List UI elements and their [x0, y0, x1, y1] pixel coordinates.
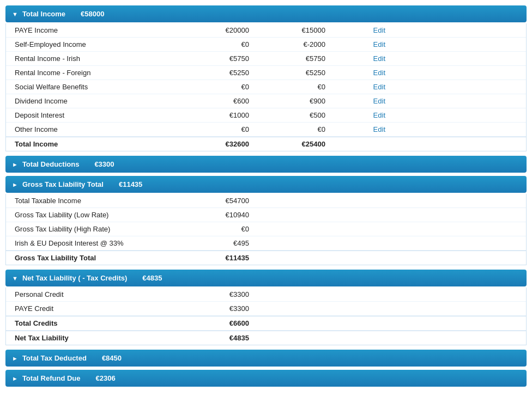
row-label: Personal Credit [15, 290, 189, 298]
row-amount1: €10940 [189, 211, 265, 219]
row-label: Other Income [15, 125, 189, 133]
row-label: PAYE Credit [15, 304, 189, 313]
total-income-amount: €58000 [81, 10, 104, 18]
total-refund-due-chevron: ► [12, 375, 18, 382]
total-deductions-amount: €3300 [94, 160, 114, 168]
main-container: ▼ Total Income €58000 PAYE Income €20000… [0, 0, 532, 395]
gross-tax-label: Gross Tax Liability Total [22, 180, 104, 188]
edit-link[interactable]: Edit [373, 97, 385, 105]
total-deductions-label: Total Deductions [22, 160, 79, 168]
total-refund-due-header[interactable]: ► Total Refund Due €2306 [5, 370, 527, 387]
row-amount2: €15000 [265, 26, 342, 34]
row-label: Gross Tax Liability (High Rate) [15, 225, 189, 233]
gross-tax-total-row: Gross Tax Liability Total €11435 [6, 251, 526, 265]
edit-link[interactable]: Edit [373, 40, 385, 48]
net-tax-amount: €4835 [142, 274, 162, 282]
table-row: Gross Tax Liability (Low Rate) €10940 [6, 208, 526, 222]
net-tax-label: Net Tax Liability ( - Tax Credits) [22, 274, 127, 282]
total-income-chevron: ▼ [12, 11, 18, 17]
total-tax-deducted-amount: €8450 [102, 354, 122, 362]
row-amount1: €0 [189, 125, 265, 133]
table-row: Gross Tax Liability (High Rate) €0 [6, 222, 526, 236]
row-amount1: €3300 [189, 290, 265, 298]
edit-link[interactable]: Edit [373, 111, 385, 119]
gross-tax-amount: €11435 [119, 180, 142, 188]
row-amount1: €20000 [189, 26, 265, 34]
edit-link[interactable]: Edit [373, 69, 385, 77]
row-amount1: €0 [189, 40, 265, 48]
net-tax-liability-amount: €4835 [189, 334, 265, 342]
row-label: PAYE Income [15, 26, 189, 34]
row-amount1: €0 [189, 225, 265, 233]
total-income-total-row: Total Income €32600 €25400 [6, 137, 526, 151]
table-row: Dividend Income €600 €900 Edit [6, 94, 526, 108]
gross-tax-total-amount: €11435 [189, 254, 265, 262]
row-amount1: €0 [189, 83, 265, 91]
gross-tax-section: ► Gross Tax Liability Total €11435 Total… [5, 176, 527, 265]
total-income-header[interactable]: ▼ Total Income €58000 [5, 5, 527, 22]
row-label: Rental Income - Foreign [15, 69, 189, 77]
edit-link[interactable]: Edit [373, 26, 385, 34]
total-tax-deducted-section: ► Total Tax Deducted €8450 [5, 350, 527, 367]
total-credits-label: Total Credits [15, 319, 189, 327]
total-tax-deducted-chevron: ► [12, 355, 18, 362]
total-deductions-header[interactable]: ► Total Deductions €3300 [5, 156, 527, 173]
row-amount2: €500 [265, 111, 342, 119]
total-credits-row: Total Credits €6600 [6, 316, 526, 331]
table-row: Irish & EU Deposit Interest @ 33% €495 [6, 236, 526, 251]
edit-link[interactable]: Edit [373, 125, 385, 133]
gross-tax-header[interactable]: ► Gross Tax Liability Total €11435 [5, 176, 527, 193]
net-tax-liability-row: Net Tax Liability €4835 [6, 331, 526, 345]
table-row: Total Taxable Income €54700 [6, 194, 526, 208]
row-amount2: €0 [265, 83, 342, 91]
net-tax-rows: Personal Credit €3300 PAYE Credit €3300 … [5, 288, 527, 345]
row-amount1: €54700 [189, 197, 265, 205]
total-refund-due-label: Total Refund Due [22, 374, 81, 382]
row-amount2: €0 [265, 125, 342, 133]
edit-link[interactable]: Edit [373, 54, 385, 63]
row-label: Rental Income - Irish [15, 54, 189, 63]
total-income-total-amount2: €25400 [265, 140, 342, 148]
total-income-total-label: Total Income [15, 140, 189, 148]
row-label: Irish & EU Deposit Interest @ 33% [15, 239, 189, 247]
table-row: PAYE Income €20000 €15000 Edit [6, 23, 526, 38]
total-tax-deducted-label: Total Tax Deducted [22, 354, 87, 362]
row-amount2: €-2000 [265, 40, 342, 48]
total-income-rows: PAYE Income €20000 €15000 Edit Self-Empl… [5, 23, 527, 151]
total-refund-due-section: ► Total Refund Due €2306 [5, 370, 527, 387]
gross-tax-rows: Total Taxable Income €54700 Gross Tax Li… [5, 194, 527, 265]
edit-link[interactable]: Edit [373, 83, 385, 91]
table-row: Other Income €0 €0 Edit [6, 123, 526, 137]
row-label: Social Welfare Benefits [15, 83, 189, 91]
gross-tax-total-label: Gross Tax Liability Total [15, 254, 189, 262]
table-row: Personal Credit €3300 [6, 288, 526, 302]
row-amount1: €3300 [189, 304, 265, 313]
row-amount2: €900 [265, 97, 342, 105]
table-row: Rental Income - Irish €5750 €5750 Edit [6, 52, 526, 66]
table-row: Deposit Interest €1000 €500 Edit [6, 108, 526, 123]
net-tax-liability-label: Net Tax Liability [15, 334, 189, 342]
row-label: Total Taxable Income [15, 197, 189, 205]
table-row: PAYE Credit €3300 [6, 302, 526, 316]
net-tax-chevron: ▼ [12, 275, 18, 282]
total-deductions-section: ► Total Deductions €3300 [5, 156, 527, 173]
row-amount1: €600 [189, 97, 265, 105]
row-amount2: €5250 [265, 69, 342, 77]
row-amount1: €5750 [189, 54, 265, 63]
total-refund-due-amount: €2306 [96, 374, 116, 382]
gross-tax-chevron: ► [12, 181, 18, 188]
row-amount2: €5750 [265, 54, 342, 63]
row-amount1: €495 [189, 239, 265, 247]
row-amount1: €1000 [189, 111, 265, 119]
total-tax-deducted-header[interactable]: ► Total Tax Deducted €8450 [5, 350, 527, 367]
table-row: Social Welfare Benefits €0 €0 Edit [6, 80, 526, 94]
total-credits-amount: €6600 [189, 319, 265, 327]
row-label: Gross Tax Liability (Low Rate) [15, 211, 189, 219]
total-deductions-chevron: ► [12, 161, 18, 168]
row-label: Self-Employed Income [15, 40, 189, 48]
net-tax-header[interactable]: ▼ Net Tax Liability ( - Tax Credits) €48… [5, 270, 527, 286]
deposit-interest-label: Deposit Interest [15, 111, 189, 119]
row-amount1: €5250 [189, 69, 265, 77]
table-row: Self-Employed Income €0 €-2000 Edit [6, 38, 526, 52]
total-income-section: ▼ Total Income €58000 PAYE Income €20000… [5, 5, 527, 151]
